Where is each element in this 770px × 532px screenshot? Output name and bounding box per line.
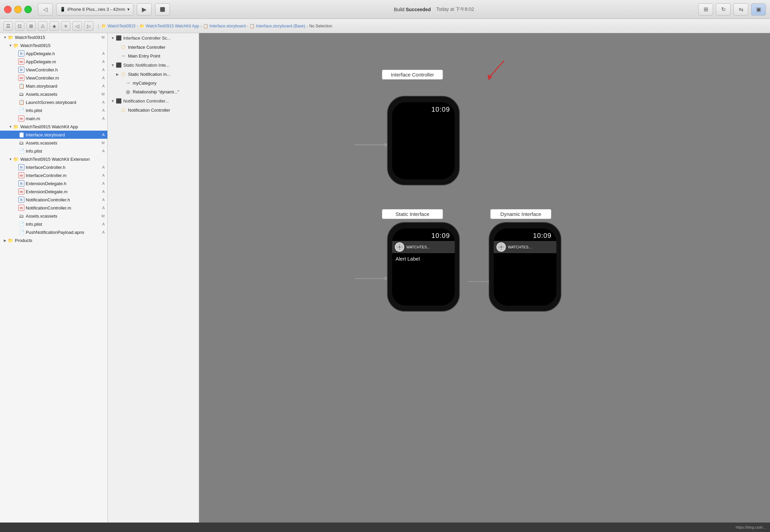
disclosure-icon: ▼ <box>8 157 13 161</box>
nav-item-notifcontroller-h[interactable]: h NotificationController.h A <box>0 196 107 204</box>
nav-label: Info.plist <box>26 149 102 154</box>
nav-label: ExtensionDelegate.h <box>26 181 102 186</box>
nav-item-assets-xcassets[interactable]: 🗂 Assets.xcassets M <box>0 90 107 98</box>
nav-label: Interface.storyboard <box>26 132 102 137</box>
disclosure-icon: ▼ <box>3 36 7 39</box>
folder-yellow-icon: 📁 <box>13 42 19 48</box>
svg-point-9 <box>399 246 400 248</box>
nav-badge: A <box>102 198 105 202</box>
breadcrumb-item-0[interactable]: 📁 WatchTest0915 <box>101 24 135 28</box>
nav-badge: M <box>102 92 105 96</box>
show-navigator-button[interactable]: ☰ <box>3 21 13 31</box>
nav-item-assets3[interactable]: 🗂 Assets.xcassets M <box>0 212 107 220</box>
nav-item-notifcontroller-m[interactable]: m NotificationController.m A <box>0 204 107 212</box>
scene-item-mycategory[interactable]: → myCategory <box>108 79 199 87</box>
nav-item-extdelegate-m[interactable]: m ExtensionDelegate.m A <box>0 187 107 196</box>
nav-item-root[interactable]: ▼ 📁 WatchTest0915 M <box>0 33 107 41</box>
watch-header-bar-static: WATCHTES... <box>392 241 455 253</box>
scene-item-main-entry[interactable]: → Main Entry Point <box>108 51 199 60</box>
scene-group-static-notif[interactable]: ▼ ⬛ Static Notification Inte... <box>108 60 199 70</box>
scene-item-label: myCategory <box>133 81 156 86</box>
show-library-button[interactable]: ⊞ <box>26 21 36 31</box>
nav-item-assets2[interactable]: 🗂 Assets.xcassets M <box>0 139 107 147</box>
nav-label: Assets.xcassets <box>26 214 102 219</box>
breadcrumb-label-1: WatchTest0915 WatchKit App <box>146 24 199 28</box>
nav-badge: A <box>102 222 105 226</box>
scene-item-label: Main Entry Point <box>128 53 160 59</box>
scene-group-label: Static Notification Inte... <box>123 63 170 68</box>
status-bar-url: https://blog.csdn... <box>736 525 766 529</box>
split-button[interactable]: ⇆ <box>733 3 748 16</box>
nav-item-viewcontroller-h[interactable]: h ViewController.h A <box>0 66 107 74</box>
nav-item-interface-storyboard[interactable]: 📋 Interface.storyboard A <box>0 131 107 139</box>
nav-label: ViewController.m <box>26 75 102 81</box>
show-debug-button[interactable]: ⊡ <box>15 21 24 31</box>
scene-item-notif-ctrl[interactable]: ⬡ Notification Controller <box>108 106 199 114</box>
minimize-button[interactable] <box>14 6 22 13</box>
nav-label: WatchTest0915 <box>20 43 107 48</box>
breadcrumb-item-3[interactable]: 📋 Interface.storyboard (Base) <box>250 24 305 28</box>
static-interface-label: Static Interface <box>382 209 443 219</box>
compass-icon-dynamic <box>496 242 506 252</box>
h-file-icon: h <box>18 67 24 73</box>
nav-item-info2[interactable]: 📄 Info.plist A <box>0 147 107 155</box>
nav-label: WatchTest0915 WatchKit App <box>20 124 107 129</box>
grid-view-button[interactable]: ⊞ <box>698 3 713 16</box>
nav-badge: M <box>102 141 105 145</box>
nav-item-watchkit-app[interactable]: ▼ 📁 WatchTest0915 WatchKit App <box>0 123 107 131</box>
scene-item-static-notif-in[interactable]: ▶ ⬡ Static Notification In... <box>108 70 199 79</box>
nav-item-extdelegate-h[interactable]: h ExtensionDelegate.h A <box>0 179 107 187</box>
nav-left[interactable]: ◁ <box>72 21 82 31</box>
breadcrumb-bar: ☰ ⊡ ⊞ ⚠ ◈ ≡ ◁ ▷ │ 📁 WatchTest0915 › 📁 Wa… <box>0 19 770 33</box>
nav-item-info3[interactable]: 📄 Info.plist A <box>0 220 107 228</box>
play-icon: ▶ <box>142 6 147 13</box>
refresh-button[interactable]: ↻ <box>716 3 731 16</box>
bookmark-button[interactable]: ◈ <box>49 21 59 31</box>
status-bar: https://blog.csdn... <box>0 523 770 532</box>
nav-item-watchtest0915[interactable]: ▼ 📁 WatchTest0915 <box>0 41 107 49</box>
nav-item-ifcontroller-h[interactable]: h InterfaceController.h A <box>0 163 107 171</box>
device-label: iPhone 8 Plus...ries 3 - 42mm <box>67 7 125 12</box>
breadcrumb-no-selection: No Selection <box>309 24 332 28</box>
device-selector[interactable]: 📱 iPhone 8 Plus...ries 3 - 42mm ▾ <box>56 3 133 16</box>
nav-item-main-m[interactable]: m main.m A <box>0 114 107 123</box>
nav-item-appdelegate-h[interactable]: h AppDelegate.h A <box>0 49 107 58</box>
scene-icon: ⬛ <box>115 62 122 68</box>
breadcrumb-item-2[interactable]: 📋 Interface.storyboard <box>203 24 246 28</box>
scene-group-ifcontroller[interactable]: ▼ ⬛ Interface Controller Sc... <box>108 33 199 43</box>
disclosure-icon: ▶ <box>3 239 7 242</box>
breadcrumb-label-2: Interface.storyboard <box>210 24 246 28</box>
warning-button[interactable]: ⚠ <box>38 21 47 31</box>
back-forward-button[interactable]: ◁ <box>38 3 53 16</box>
nav-item-viewcontroller-m[interactable]: m ViewController.m A <box>0 74 107 82</box>
svg-line-0 <box>490 61 504 76</box>
h-file-icon: h <box>18 50 24 57</box>
nav-item-main-storyboard[interactable]: 📋 Main.storyboard A <box>0 82 107 90</box>
close-button[interactable] <box>4 6 12 13</box>
scene-item-relationship[interactable]: ◎ Relationship "dynami..." <box>108 87 199 96</box>
nav-badge: A <box>102 206 105 210</box>
panel-button[interactable]: ▣ <box>751 3 766 16</box>
nav-item-appdelegate-m[interactable]: m AppDelegate.m A <box>0 58 107 66</box>
fullscreen-button[interactable] <box>24 6 32 13</box>
nav-item-launchscreen[interactable]: 📋 LaunchScreen.storyboard A <box>0 98 107 106</box>
canvas-area[interactable]: Interface Controller 10:09 Static Interf… <box>199 33 770 523</box>
nav-right[interactable]: ▷ <box>84 21 93 31</box>
nav-item-products[interactable]: ▶ 📁 Products <box>0 236 107 244</box>
breadcrumb-item-1[interactable]: 📁 WatchTest0915 WatchKit App <box>140 24 199 28</box>
nav-item-info-plist[interactable]: 📄 Info.plist A <box>0 106 107 114</box>
disclosure-icon: ▼ <box>8 125 13 129</box>
nav-badge: A <box>102 100 105 104</box>
run-button[interactable]: ▶ <box>137 3 152 16</box>
list-button[interactable]: ≡ <box>61 21 70 31</box>
svg-point-15 <box>500 246 502 248</box>
nav-item-ifcontroller-m[interactable]: m InterfaceController.m A <box>0 171 107 179</box>
m-file-icon: m <box>18 189 24 195</box>
nav-item-watchkit-ext[interactable]: ▼ 📁 WatchTest0915 WatchKit Extension <box>0 155 107 163</box>
xcassets-icon: 🗂 <box>18 140 24 146</box>
scene-item-ifcontroller[interactable]: ⬡ Interface Controller <box>108 43 199 51</box>
stop-button[interactable] <box>155 3 170 16</box>
scene-icon: ⬛ <box>115 97 122 104</box>
scene-group-notif-ctrl[interactable]: ▼ ⬛ Notification Controller... <box>108 96 199 106</box>
nav-item-push-payload[interactable]: 📄 PushNotificationPayload.apns A <box>0 228 107 236</box>
